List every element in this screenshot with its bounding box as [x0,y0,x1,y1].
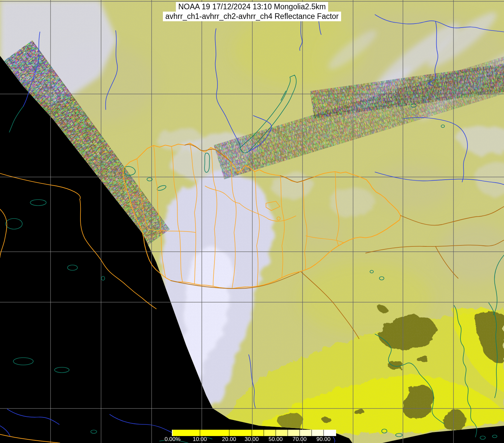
colorbar-segment-30-40 [252,430,264,436]
colorbar-right-cap [335,430,336,436]
colorbar-tick-label: 0.00% [165,436,181,443]
colorbar-segment-90-100 [323,430,335,436]
colorbar-segment-20-30 [229,430,252,436]
colorbar-segment-0-10 [173,430,200,436]
colorbar-segment-50-60 [276,430,288,436]
colorbar-segment-80-90 [312,430,323,436]
map-canvas [0,0,504,443]
colorbar-tick-label: 20.00 [222,436,236,443]
colorbar-left-cap [172,430,173,436]
satellite-image-viewport: NOAA 19 17/12/2024 13:10 Mongolia2.5km a… [0,0,504,443]
colorbar-tick-label: 10.00 [193,436,207,443]
swath-imagery [0,0,504,443]
reflectance-colorbar [173,430,335,436]
colorbar-tick-label: 50.00 [269,436,283,443]
river-teal-segment [9,106,23,132]
colorbar-segment-70-80 [300,430,312,436]
sensor-speckle-noise [0,0,504,443]
colorbar-segment-10-20 [200,430,229,436]
colorbar-segment-60-70 [288,430,300,436]
colorbar-tick-label: 90.00 [316,436,331,443]
colorbar-segment-40-50 [264,430,276,436]
colorbar-tick-label: 70.00 [293,436,307,443]
colorbar-tick-label: 30.00 [245,436,259,443]
